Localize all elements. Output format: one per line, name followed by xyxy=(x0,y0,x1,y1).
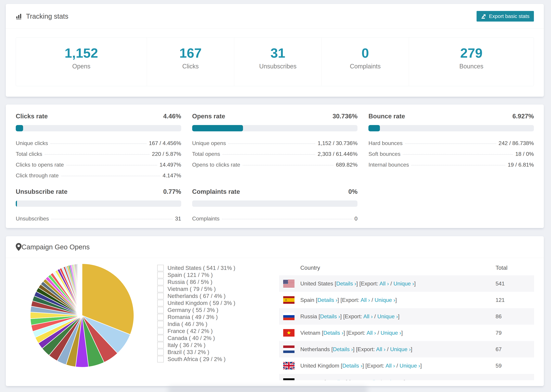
export-unique-link-russia[interactable]: Unique › xyxy=(377,313,398,320)
legend-item-united-kingdom[interactable]: United Kingdom ( 59 / 3% ) xyxy=(157,300,235,307)
export-unique-link-vietnam[interactable]: Unique › xyxy=(381,330,401,336)
country-cell-netherlands: Netherlands [Details ›] [Export: All › /… xyxy=(300,346,495,352)
summary-value-opens: 1,152 xyxy=(65,46,98,60)
legend-swatch-south-africa xyxy=(157,356,164,362)
rate-row-label-unique-clicks: Unique clicks xyxy=(16,140,48,147)
flag-ru-icon xyxy=(283,313,300,320)
rate-head-unsubscribe-rate: Unsubscribe rate0.77% xyxy=(16,188,181,195)
rate-progressbar-clicks-rate xyxy=(16,125,181,131)
summary-value-complaints: 0 xyxy=(361,46,369,60)
rate-title-unsubscribe-rate: Unsubscribe rate xyxy=(16,188,67,195)
details-link-united-kingdom[interactable]: Details › xyxy=(342,363,362,369)
export-all-link-united-kingdom[interactable]: All › xyxy=(386,363,395,369)
legend-swatch-india xyxy=(157,321,164,327)
summary-label-bounces: Bounces xyxy=(459,63,483,70)
flag-nl-icon xyxy=(283,345,300,353)
total-cell-united-states: 541 xyxy=(495,280,534,287)
legend-item-italy[interactable]: Italy ( 36 / 2% ) xyxy=(157,342,235,349)
dotted-leader xyxy=(405,143,496,144)
legend-item-united-states[interactable]: United States ( 541 / 31% ) xyxy=(157,264,235,271)
rate-row-soft-bounces: Soft bounces18 / 0% xyxy=(368,149,534,159)
rate-row-value-complaints: 0 xyxy=(354,216,358,222)
details-link-germany[interactable]: Details › xyxy=(326,379,346,380)
campaign-geo-opens-card: Campaign Geo Opens United States ( 541 /… xyxy=(6,236,544,386)
total-cell-spain: 121 xyxy=(495,297,534,303)
details-link-spain[interactable]: Details › xyxy=(318,297,338,303)
export-unique-link-netherlands[interactable]: Unique › xyxy=(390,346,411,352)
table-row-netherlands: Netherlands [Details ›] [Export: All › /… xyxy=(279,341,534,357)
map-marker-icon xyxy=(16,243,21,251)
rate-row-value-click-through-rate: 4.147% xyxy=(162,172,181,179)
legend-label-united-kingdom: United Kingdom ( 59 / 3% ) xyxy=(168,300,235,306)
legend-item-romania[interactable]: Romania ( 49 / 3% ) xyxy=(157,314,235,321)
pie-slice-other-46[interactable] xyxy=(82,264,82,315)
details-link-russia[interactable]: Details › xyxy=(320,313,340,320)
summary-value-clicks: 167 xyxy=(179,46,202,60)
legend-item-canada[interactable]: Canada ( 40 / 2% ) xyxy=(157,335,235,342)
export-basic-stats-button[interactable]: Export basic stats xyxy=(477,11,534,21)
legend-item-vietnam[interactable]: Vietnam ( 79 / 5% ) xyxy=(157,286,235,293)
bar-chart-icon xyxy=(16,13,22,20)
legend-item-france[interactable]: France ( 42 / 2% ) xyxy=(157,328,235,335)
export-all-link-russia[interactable]: All › xyxy=(363,313,373,320)
table-row-united-states: United States [Details ›] [Export: All ›… xyxy=(279,275,534,292)
rate-progressbar-complaints-rate xyxy=(192,200,358,207)
dotted-leader xyxy=(243,165,333,165)
legend-swatch-netherlands xyxy=(157,293,164,299)
export-unique-link-united-kingdom[interactable]: Unique › xyxy=(400,363,420,369)
total-cell-united-kingdom: 59 xyxy=(495,363,534,369)
legend-item-india[interactable]: India ( 46 / 3% ) xyxy=(157,321,235,328)
export-unique-link-united-states[interactable]: Unique › xyxy=(393,280,414,287)
export-all-link-netherlands[interactable]: All › xyxy=(376,346,386,352)
rate-row-label-hard-bounces: Hard bounces xyxy=(368,140,403,147)
legend-item-germany[interactable]: Germany ( 55 / 3% ) xyxy=(157,307,235,314)
rate-progressbar-opens-rate xyxy=(192,125,358,131)
total-cell-vietnam: 79 xyxy=(495,330,534,336)
legend-swatch-canada xyxy=(157,335,164,341)
country-cell-vietnam: Vietnam [Details ›] [Export: All › / Uni… xyxy=(300,330,495,336)
flag-de-icon xyxy=(283,378,300,380)
export-unique-link-germany[interactable]: Unique › xyxy=(383,379,404,380)
rate-value-clicks-rate: 4.46% xyxy=(163,113,181,120)
details-link-vietnam[interactable]: Details › xyxy=(323,330,343,336)
legend-swatch-brazil xyxy=(157,349,164,355)
legend-item-south-africa[interactable]: South Africa ( 29 / 2% ) xyxy=(157,356,235,363)
rate-row-value-unique-clicks: 167 / 4.456% xyxy=(149,140,181,147)
details-link-united-states[interactable]: Details › xyxy=(336,280,356,287)
legend-swatch-romania xyxy=(157,314,164,320)
details-link-netherlands[interactable]: Details › xyxy=(333,346,353,352)
rate-row-value-opens-to-clicks-rate: 689.82% xyxy=(336,162,357,168)
rate-rows-clicks-rate: Unique clicks167 / 4.456%Total clicks220… xyxy=(16,138,181,181)
summary-value-bounces: 279 xyxy=(460,46,483,60)
rate-row-complaints: Complaints0 xyxy=(192,213,358,224)
legend-label-germany: Germany ( 55 / 3% ) xyxy=(168,307,218,313)
export-all-link-united-states[interactable]: All › xyxy=(379,280,389,287)
table-row-spain: Spain [Details ›] [Export: All › / Uniqu… xyxy=(279,292,534,308)
country-cell-united-states: United States [Details ›] [Export: All ›… xyxy=(300,280,495,287)
rate-panel-unsubscribe-rate: Unsubscribe rate0.77%Unsubscribes31 xyxy=(16,188,181,224)
export-all-link-germany[interactable]: All › xyxy=(369,379,379,380)
rate-title-complaints-rate: Complaints rate xyxy=(192,188,240,195)
export-unique-link-spain[interactable]: Unique › xyxy=(374,297,395,303)
summary-card-bounces: 279Bounces xyxy=(409,37,534,86)
legend-label-spain: Spain ( 121 / 7% ) xyxy=(168,272,213,278)
legend-label-netherlands: Netherlands ( 67 / 4% ) xyxy=(168,293,226,299)
country-cell-russia: Russia [Details ›] [Export: All › / Uniq… xyxy=(300,313,495,320)
flag-es-icon xyxy=(283,296,300,304)
legend-item-netherlands[interactable]: Netherlands ( 67 / 4% ) xyxy=(157,293,235,300)
rate-progressbar-fill-bounce-rate xyxy=(368,125,380,131)
rate-row-label-opens-to-clicks-rate: Opens to clicks rate xyxy=(192,162,240,168)
page-title: Tracking stats xyxy=(26,13,68,20)
legend-item-russia[interactable]: Russia ( 86 / 5% ) xyxy=(157,279,235,286)
dotted-leader xyxy=(61,176,160,176)
summary-card-unsubscribes: 31Unsubscribes xyxy=(234,37,322,86)
export-all-link-spain[interactable]: All › xyxy=(360,297,370,303)
legend-item-brazil[interactable]: Brazil ( 33 / 2% ) xyxy=(157,349,235,356)
legend-item-spain[interactable]: Spain ( 121 / 7% ) xyxy=(157,271,235,279)
dotted-leader xyxy=(66,165,157,165)
legend-label-brazil: Brazil ( 33 / 2% ) xyxy=(168,349,209,355)
rate-rows-unsubscribe-rate: Unsubscribes31 xyxy=(16,213,181,224)
rate-value-opens-rate: 30.736% xyxy=(332,113,357,120)
export-all-link-vietnam[interactable]: All › xyxy=(367,330,376,336)
rate-row-label-click-through-rate: Click through rate xyxy=(16,172,59,179)
